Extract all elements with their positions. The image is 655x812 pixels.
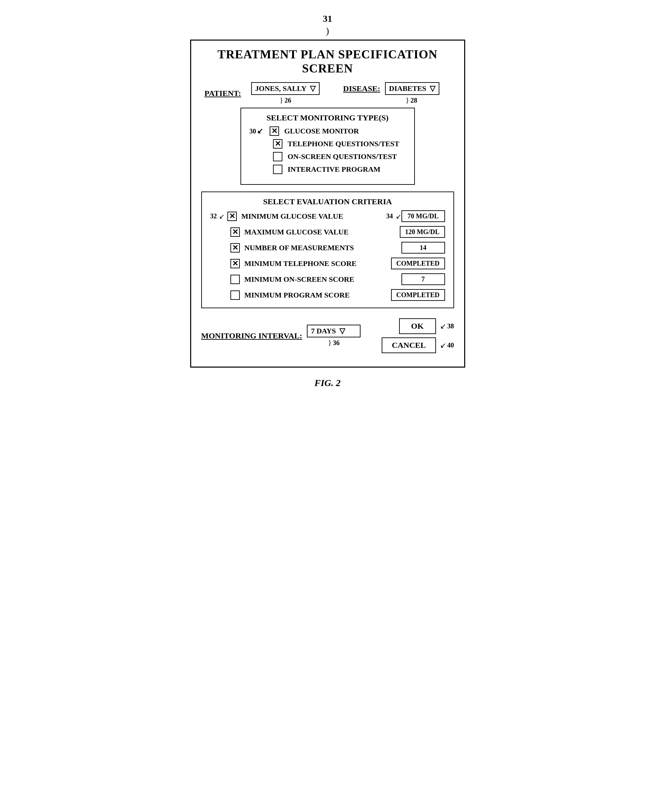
monitoring-interval-value: 7 DAYS xyxy=(311,327,336,335)
eval-row-num-measurements: ✕ NUMBER OF MEASUREMENTS 14 xyxy=(210,242,445,254)
monitoring-row-glucose: 30 ↙ ✕ GLUCOSE MONITOR xyxy=(249,126,406,136)
interval-ref: 36 xyxy=(333,339,340,347)
monitoring-types-title: SELECT MONITORING TYPE(S) xyxy=(249,113,406,122)
num-measurements-value: 14 xyxy=(401,242,445,254)
checkbox-num-measurements[interactable]: ✕ xyxy=(231,243,240,252)
ok-arrow-icon: ↙ xyxy=(440,322,446,331)
cancel-row: CANCEL ↙ 40 xyxy=(382,337,454,353)
min-telephone-label: MINIMUM TELEPHONE SCORE xyxy=(244,259,391,268)
checkbox-interactive[interactable] xyxy=(273,165,282,174)
checkbox-on-screen[interactable] xyxy=(273,152,282,161)
checkbox-min-on-screen[interactable] xyxy=(231,275,240,284)
disease-dropdown-arrow-icon: ▽ xyxy=(430,84,435,93)
patient-dropdown[interactable]: JONES, SALLY ▽ xyxy=(251,82,320,95)
interval-curly-icon: } xyxy=(328,338,332,347)
ref-31: 31 xyxy=(323,14,332,24)
monitoring-interval-dropdown-group: 7 DAYS ▽ } 36 xyxy=(307,324,361,347)
screen-title: TREATMENT PLAN SPECIFICATION SCREEN xyxy=(201,47,454,75)
checkbox-telephone[interactable]: ✕ xyxy=(273,139,282,149)
ok-button[interactable]: OK xyxy=(399,318,436,334)
patient-ref: 26 xyxy=(284,97,291,104)
ok-row: OK ↙ 38 xyxy=(399,318,454,334)
patient-dropdown-arrow-icon: ▽ xyxy=(310,84,315,93)
eval-ref32-arrow-icon: ↙ xyxy=(219,212,225,220)
min-program-value: COMPLETED xyxy=(391,289,445,301)
eval-ref-32: 32 xyxy=(210,212,217,220)
checkbox-max-glucose[interactable]: ✕ xyxy=(231,228,240,237)
evaluation-criteria-section: SELECT EVALUATION CRITERIA 32 ↙ ✕ MINIMU… xyxy=(201,192,454,308)
checkbox-glucose-monitor[interactable]: ✕ xyxy=(270,126,279,136)
bottom-row: MONITORING INTERVAL: 7 DAYS ▽ } 36 OK ↙ … xyxy=(201,315,454,357)
monitoring-row-interactive: INTERACTIVE PROGRAM xyxy=(249,165,406,174)
min-glucose-label: MINIMUM GLUCOSE VALUE xyxy=(241,212,386,221)
monitoring-row-on-screen: ON-SCREEN QUESTIONS/TEST xyxy=(249,152,406,161)
monitoring-row-telephone: ✕ TELEPHONE QUESTIONS/TEST xyxy=(249,139,406,149)
cancel-button[interactable]: CANCEL xyxy=(382,337,436,353)
telephone-label: TELEPHONE QUESTIONS/TEST xyxy=(288,140,400,148)
min-telephone-value: COMPLETED xyxy=(391,258,445,269)
interactive-label: INTERACTIVE PROGRAM xyxy=(288,165,381,174)
ok-ref: 38 xyxy=(447,322,454,330)
num-measurements-label: NUMBER OF MEASUREMENTS xyxy=(244,243,401,252)
eval-ref-34: 34 xyxy=(386,212,393,220)
cancel-arrow-icon: ↙ xyxy=(440,341,446,350)
checkbox-min-telephone[interactable]: ✕ xyxy=(231,259,240,268)
max-glucose-value: 120 MG/DL xyxy=(400,226,445,238)
monitoring-interval-group: MONITORING INTERVAL: 7 DAYS ▽ } 36 xyxy=(201,324,361,347)
arrow-top: ) xyxy=(326,26,329,36)
patient-label: PATIENT: xyxy=(204,89,241,98)
disease-label: DISEASE: xyxy=(343,84,380,93)
eval-row-min-glucose: 32 ↙ ✕ MINIMUM GLUCOSE VALUE 34 ↙ 70 MG/… xyxy=(210,210,445,222)
min-program-label: MINIMUM PROGRAM SCORE xyxy=(244,291,391,300)
patient-disease-row: PATIENT: JONES, SALLY ▽ } 26 DISEASE: DI… xyxy=(201,82,454,104)
eval-row-min-on-screen: MINIMUM ON-SCREEN SCORE 7 xyxy=(210,273,445,285)
eval-ref34-arrow-icon: ↙ xyxy=(396,212,401,220)
patient-curly-icon: } xyxy=(280,95,283,104)
max-glucose-label: MAXIMUM GLUCOSE VALUE xyxy=(244,228,400,237)
eval-row-max-glucose: ✕ MAXIMUM GLUCOSE VALUE 120 MG/DL xyxy=(210,226,445,238)
monitoring-ref-30: 30 xyxy=(249,128,256,135)
disease-ref: 28 xyxy=(411,97,417,104)
min-on-screen-value: 7 xyxy=(401,273,445,285)
cancel-ref: 40 xyxy=(447,341,454,349)
monitoring-types-section: SELECT MONITORING TYPE(S) 30 ↙ ✕ GLUCOSE… xyxy=(240,108,415,185)
ok-cancel-group: OK ↙ 38 CANCEL ↙ 40 xyxy=(382,318,454,353)
checkbox-min-program[interactable] xyxy=(231,291,240,300)
monitoring-interval-dropdown[interactable]: 7 DAYS ▽ xyxy=(307,324,361,337)
patient-value: JONES, SALLY xyxy=(255,84,306,93)
disease-dropdown[interactable]: DIABETES ▽ xyxy=(385,82,439,95)
eval-row-min-program: MINIMUM PROGRAM SCORE COMPLETED xyxy=(210,289,445,301)
disease-value: DIABETES xyxy=(389,84,426,93)
monitoring-interval-label: MONITORING INTERVAL: xyxy=(201,331,303,340)
disease-dropdown-group: DISEASE: DIABETES ▽ } 28 xyxy=(343,82,439,104)
main-screen: TREATMENT PLAN SPECIFICATION SCREEN PATI… xyxy=(190,40,465,368)
evaluation-criteria-title: SELECT EVALUATION CRITERIA xyxy=(210,197,445,206)
figure-caption: FIG. 2 xyxy=(315,378,341,388)
patient-dropdown-group: JONES, SALLY ▽ } 26 xyxy=(251,82,320,104)
monitoring-interval-arrow-icon: ▽ xyxy=(340,327,345,335)
glucose-monitor-label: GLUCOSE MONITOR xyxy=(284,127,359,135)
eval-row-min-telephone: ✕ MINIMUM TELEPHONE SCORE COMPLETED xyxy=(210,258,445,269)
min-on-screen-label: MINIMUM ON-SCREEN SCORE xyxy=(244,275,401,284)
monitoring-curly-icon: ↙ xyxy=(257,127,263,135)
min-glucose-value: 70 MG/DL xyxy=(401,210,445,222)
on-screen-label: ON-SCREEN QUESTIONS/TEST xyxy=(288,152,397,161)
disease-curly-icon: } xyxy=(406,95,409,104)
checkbox-min-glucose[interactable]: ✕ xyxy=(228,212,237,221)
